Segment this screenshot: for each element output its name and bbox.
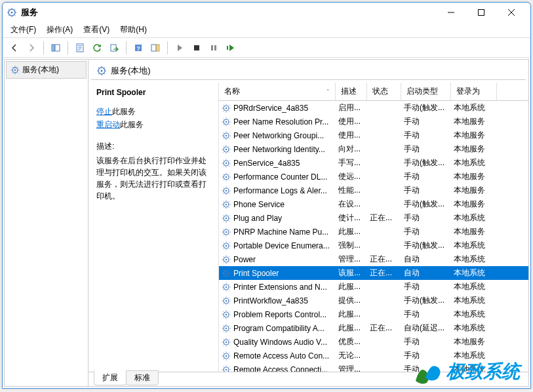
cell-desc: 手写...	[336, 156, 367, 170]
service-row[interactable]: Plug and Play使计...正在...手动本地系统	[219, 211, 528, 225]
restart-service-button[interactable]	[223, 40, 239, 56]
service-row[interactable]: Problem Reports Control...此服...手动本地系统	[219, 307, 528, 321]
service-icon	[222, 324, 231, 333]
column-status[interactable]: 状态	[367, 83, 401, 100]
tree-root-services[interactable]: 服务(本地)	[6, 61, 87, 79]
column-name[interactable]: 名称	[219, 83, 336, 100]
svg-rect-2	[479, 10, 484, 16]
cell-startup: 手动(触发...	[401, 156, 451, 170]
cell-desc: 优质...	[336, 335, 367, 349]
separator	[126, 41, 127, 54]
service-row[interactable]: Peer Networking Identity...向对...手动本地服务	[219, 142, 528, 156]
cell-name: PNRP Machine Name Pu...	[219, 226, 336, 238]
cell-name: Printer Extensions and N...	[219, 281, 336, 293]
service-row[interactable]: PenService_4a835手写...手动(触发...本地系统	[219, 156, 528, 170]
cell-startup: 手动	[401, 280, 451, 294]
service-row[interactable]: Printer Extensions and N...此服...手动本地系统	[219, 280, 528, 294]
tab-standard[interactable]: 标准	[126, 370, 159, 385]
cell-status	[367, 300, 401, 302]
svg-point-38	[226, 231, 227, 232]
svg-point-34	[226, 203, 227, 205]
service-row[interactable]: Power管理...正在...自动本地系统	[219, 252, 528, 266]
svg-point-42	[226, 258, 227, 260]
cell-name: Quality Windows Audio V...	[219, 336, 336, 348]
svg-point-54	[226, 341, 227, 342]
show-hide-tree-button[interactable]	[48, 40, 64, 56]
column-logon-as[interactable]: 登录为	[451, 83, 497, 100]
cell-startup: 手动(触发...	[401, 197, 451, 211]
service-row[interactable]: Program Compatibility A...此服...正在...自动(延…	[219, 321, 528, 335]
tab-extended[interactable]: 扩展	[94, 370, 127, 385]
menu-help[interactable]: 帮助(H)	[115, 22, 152, 37]
menu-file[interactable]: 文件(F)	[5, 22, 41, 37]
minimize-button[interactable]	[436, 3, 466, 22]
cell-status: 正在...	[367, 211, 401, 225]
cell-desc: 此服...	[336, 307, 367, 321]
cell-status	[367, 176, 401, 178]
service-row[interactable]: Performance Logs & Aler...性能...手动本地服务	[219, 184, 528, 197]
properties-button[interactable]	[72, 40, 88, 56]
service-row[interactable]: P9RdrService_4a835启用...手动(触发...本地系统	[219, 101, 528, 115]
cell-startup: 手动(触发...	[401, 239, 451, 252]
cell-logon: 本地系统	[451, 156, 497, 170]
service-icon	[222, 145, 231, 154]
service-row[interactable]: Phone Service在设...手动(触发...本地服务	[219, 197, 528, 211]
service-row[interactable]: Peer Name Resolution Pr...使用...手动本地服务	[219, 115, 528, 128]
svg-point-58	[226, 368, 227, 370]
service-icon	[222, 365, 231, 372]
service-icon	[222, 310, 231, 319]
toolbar: ?	[3, 38, 530, 58]
separator	[43, 41, 44, 54]
forward-button[interactable]	[24, 40, 39, 56]
cell-name: Program Compatibility A...	[219, 323, 336, 334]
cell-name: Peer Networking Identity...	[219, 144, 336, 155]
cell-logon: 本地系统	[451, 266, 497, 280]
cell-status: 正在...	[367, 252, 401, 266]
menu-view[interactable]: 查看(V)	[78, 22, 115, 37]
svg-point-30	[226, 176, 227, 177]
export-button[interactable]	[106, 40, 122, 56]
service-row[interactable]: Performance Counter DL...使远...手动本地服务	[219, 170, 528, 184]
service-icon	[222, 283, 231, 292]
back-button[interactable]	[7, 40, 22, 56]
maximize-button[interactable]	[466, 3, 496, 22]
service-row[interactable]: Portable Device Enumera...强制...手动(触发...本…	[219, 239, 528, 252]
pause-service-button[interactable]	[206, 40, 222, 56]
refresh-button[interactable]	[89, 40, 105, 56]
service-row[interactable]: Peer Networking Groupi...使用...手动本地服务	[219, 128, 528, 142]
svg-point-46	[226, 286, 227, 287]
stop-service-button[interactable]	[189, 40, 205, 56]
close-button[interactable]	[496, 3, 526, 22]
list-body[interactable]: P9RdrService_4a835启用...手动(触发...本地系统Peer …	[219, 101, 528, 372]
start-service-button[interactable]	[172, 40, 188, 56]
cell-logon: 本地服务	[451, 128, 497, 142]
service-icon	[222, 241, 231, 250]
service-row[interactable]: Quality Windows Audio V...优质...手动本地服务	[219, 335, 528, 349]
watermark-logo: 极致系统	[412, 358, 520, 385]
separator	[167, 41, 168, 54]
restart-service-link[interactable]: 重启动	[96, 120, 120, 129]
service-row[interactable]: PNRP Machine Name Pu...此服...手动本地服务	[219, 225, 528, 239]
column-description[interactable]: 描述	[336, 83, 367, 100]
svg-rect-3	[52, 45, 54, 51]
menu-action[interactable]: 操作(A)	[41, 22, 78, 37]
svg-point-18	[101, 70, 103, 72]
help-button[interactable]: ?	[130, 40, 146, 56]
cell-desc: 在设...	[336, 197, 367, 211]
menubar: 文件(F) 操作(A) 查看(V) 帮助(H)	[3, 22, 530, 38]
action-pane-button[interactable]	[148, 40, 163, 56]
stop-service-link[interactable]: 停止	[96, 107, 112, 116]
cell-desc: 强制...	[336, 239, 367, 252]
cell-logon: 本地服务	[451, 225, 497, 239]
column-startup-type[interactable]: 启动类型	[401, 83, 451, 100]
service-icon	[222, 200, 231, 209]
svg-rect-6	[111, 45, 116, 51]
svg-point-16	[14, 69, 16, 70]
service-row[interactable]: PrintWorkflow_4a835提供...手动(触发...本地系统	[219, 294, 528, 307]
service-row[interactable]: Print Spooler该服...正在...自动本地系统	[219, 266, 528, 280]
watermark-icon	[412, 358, 443, 385]
svg-point-32	[226, 189, 227, 191]
services-list: 名称 描述 状态 启动类型 登录为 P9RdrService_4a835启用..…	[218, 83, 528, 372]
cell-status	[367, 341, 401, 343]
svg-point-50	[226, 313, 227, 315]
